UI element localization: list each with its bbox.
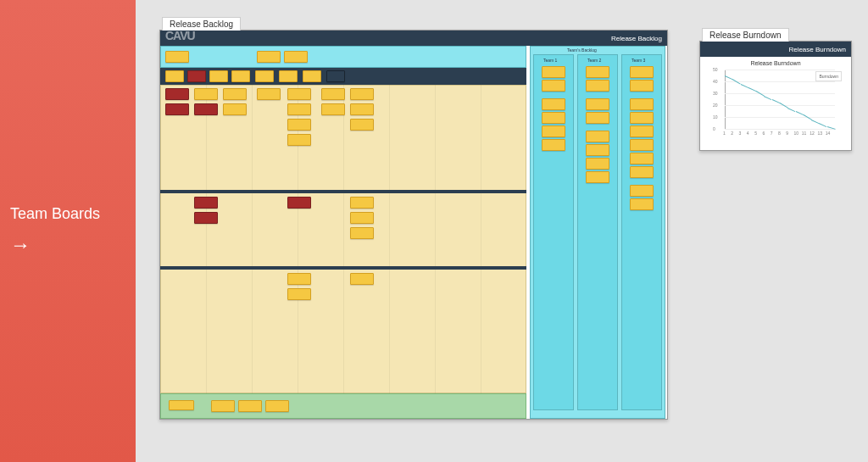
pbi-card[interactable] — [165, 88, 189, 100]
team-card[interactable] — [630, 198, 654, 210]
app-logo: CAVU — [165, 29, 195, 42]
x-tick: 1 — [723, 131, 726, 136]
team-card[interactable] — [630, 98, 654, 110]
feature-card[interactable] — [326, 70, 345, 82]
release-card[interactable] — [169, 400, 194, 410]
pbi-card[interactable] — [350, 212, 374, 224]
col-divider — [389, 85, 390, 393]
team-card[interactable] — [542, 98, 565, 110]
team-card[interactable] — [586, 66, 609, 78]
sidebar[interactable]: Team Boards → — [0, 0, 136, 462]
y-tick: 30 — [713, 91, 718, 96]
feature-card[interactable] — [279, 70, 298, 82]
team-card[interactable] — [630, 139, 654, 151]
team-card[interactable] — [630, 80, 654, 92]
x-tick: 5 — [754, 131, 757, 136]
pbi-card[interactable] — [321, 103, 345, 115]
pbi-card[interactable] — [350, 273, 374, 285]
gridline — [725, 93, 835, 94]
pbi-card[interactable] — [287, 103, 311, 115]
canvas[interactable]: Release Backlog CAVU Release Backlog — [144, 0, 868, 462]
team-card[interactable] — [586, 158, 609, 170]
team-card[interactable] — [630, 185, 654, 197]
x-tick: 4 — [747, 131, 749, 136]
team-card[interactable] — [542, 80, 565, 92]
board-release-backlog[interactable]: Release Backlog CAVU Release Backlog — [159, 30, 668, 420]
team-card[interactable] — [542, 112, 565, 124]
team-card[interactable] — [542, 66, 565, 78]
release-card[interactable] — [238, 400, 262, 412]
pbi-card[interactable] — [165, 103, 189, 115]
y-tick: 0 — [713, 126, 715, 131]
gridline — [725, 70, 835, 70]
board-header: Release Burndown — [700, 42, 851, 57]
epic-card[interactable] — [165, 51, 189, 63]
pbi-card[interactable] — [350, 227, 374, 239]
feature-card[interactable] — [303, 70, 321, 82]
pbi-card[interactable] — [321, 88, 345, 100]
col-divider — [298, 85, 298, 393]
team-card[interactable] — [586, 171, 609, 183]
pbi-card[interactable] — [194, 212, 218, 224]
x-tick: 12 — [810, 131, 815, 136]
x-tick: 10 — [794, 131, 799, 136]
team-col-label: Team 3 — [632, 58, 645, 63]
team-card[interactable] — [586, 98, 609, 110]
gridline — [725, 117, 835, 118]
x-tick: 3 — [739, 131, 742, 136]
pbi-card[interactable] — [287, 88, 311, 100]
pbi-card[interactable] — [287, 134, 311, 146]
feature-card[interactable] — [165, 70, 184, 82]
col-divider — [252, 85, 253, 393]
release-card[interactable] — [265, 400, 289, 412]
team-card[interactable] — [586, 144, 609, 156]
feature-card[interactable] — [187, 70, 206, 82]
pbi-card[interactable] — [350, 119, 374, 131]
team-card[interactable] — [586, 80, 609, 92]
y-tick: 10 — [713, 114, 718, 120]
epic-card[interactable] — [284, 51, 308, 63]
chart-line — [740, 84, 748, 88]
pbi-card[interactable] — [257, 88, 281, 100]
burndown-chart: Burndown 010203040501234567891011121314 — [708, 70, 843, 137]
gridline — [725, 129, 835, 130]
pbi-card[interactable] — [223, 88, 247, 100]
board-burndown[interactable]: Release Burndown Release Burndown Releas… — [699, 41, 852, 151]
team-card[interactable] — [630, 153, 654, 164]
team-card[interactable] — [630, 166, 654, 178]
board-tab[interactable]: Release Burndown — [702, 28, 789, 42]
pbi-card[interactable] — [350, 103, 374, 115]
team-card[interactable] — [630, 112, 654, 124]
pbi-card[interactable] — [287, 119, 311, 131]
chart-line — [787, 108, 796, 112]
chart-legend: Burndown — [815, 71, 842, 81]
pbi-card[interactable] — [287, 288, 311, 300]
col-divider — [206, 85, 207, 393]
gridline — [725, 105, 835, 106]
team-card[interactable] — [542, 125, 565, 137]
col-divider — [481, 85, 481, 393]
feature-card[interactable] — [209, 70, 228, 82]
epic-card[interactable] — [257, 51, 281, 63]
team-card[interactable] — [586, 131, 609, 142]
pbi-card[interactable] — [287, 197, 311, 209]
team-card[interactable] — [630, 125, 654, 137]
pbi-card[interactable] — [223, 103, 247, 115]
feature-card[interactable] — [255, 70, 274, 82]
board-body[interactable]: Team's Backlog Team 1 Team 2 Team 3 — [160, 46, 667, 419]
team-card[interactable] — [586, 112, 609, 124]
pbi-card[interactable] — [350, 88, 374, 100]
feature-card[interactable] — [231, 70, 250, 82]
team-card[interactable] — [542, 139, 565, 151]
pbi-card[interactable] — [350, 197, 374, 209]
pbi-card[interactable] — [194, 88, 218, 100]
release-card[interactable] — [211, 400, 235, 412]
pbi-card[interactable] — [287, 273, 311, 285]
arrow-right-icon[interactable]: → — [10, 233, 125, 257]
team-card[interactable] — [630, 66, 654, 78]
sidebar-title: Team Boards — [10, 205, 125, 223]
col-divider — [435, 85, 436, 393]
pbi-card[interactable] — [194, 103, 218, 115]
x-tick: 6 — [762, 131, 765, 136]
pbi-card[interactable] — [194, 197, 218, 209]
